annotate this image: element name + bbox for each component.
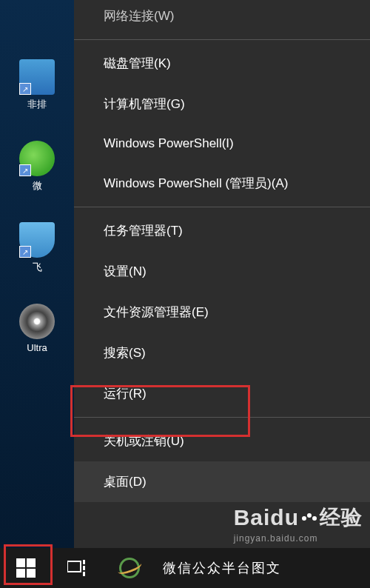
menu-item-desktop[interactable]: 桌面(D) bbox=[74, 461, 370, 502]
taskview-button[interactable] bbox=[52, 548, 104, 588]
menu-item-settings[interactable]: 设置(N) bbox=[74, 251, 370, 292]
taskbar-app-ie[interactable] bbox=[104, 548, 155, 588]
disc-icon bbox=[19, 304, 55, 339]
menu-separator bbox=[74, 417, 370, 418]
wechat-icon: ↗ bbox=[19, 141, 55, 176]
desktop-icon[interactable]: Ultra bbox=[15, 304, 59, 353]
menu-item-disk-management[interactable]: 磁盘管理(K) bbox=[74, 43, 370, 84]
shortcut-arrow-icon: ↗ bbox=[19, 83, 31, 95]
desktop-icon[interactable]: ↗ 微 bbox=[15, 141, 59, 193]
menu-item-partial[interactable]: 网络连接(W) bbox=[74, 0, 370, 36]
menu-item-file-explorer[interactable]: 文件资源管理器(E) bbox=[74, 292, 370, 333]
taskbar: 微信公众半台图文 bbox=[0, 548, 370, 588]
icon-label: 非排 bbox=[15, 98, 59, 111]
watermark-url: jingyan.baidu.com bbox=[234, 533, 363, 544]
winx-context-menu: 网络连接(W) 磁盘管理(K) 计算机管理(G) Windows PowerSh… bbox=[74, 0, 370, 548]
menu-item-search[interactable]: 搜索(S) bbox=[74, 333, 370, 373]
watermark-cn: 经验 bbox=[320, 504, 363, 532]
svg-rect-3 bbox=[83, 572, 85, 576]
windows-logo-icon bbox=[16, 558, 36, 578]
icon-label: 飞 bbox=[15, 261, 59, 274]
svg-rect-1 bbox=[83, 560, 85, 564]
desktop-area: ↗ 非排 ↗ 微 ↗ 飞 Ultra bbox=[0, 0, 74, 548]
start-button[interactable] bbox=[0, 548, 52, 588]
watermark-brand: Baidu bbox=[234, 505, 299, 530]
ie-icon bbox=[119, 558, 140, 578]
menu-item-powershell-admin[interactable]: Windows PowerShell (管理员)(A) bbox=[74, 163, 370, 204]
menu-item-shutdown[interactable]: 关机或注销(U) bbox=[74, 421, 370, 461]
menu-separator bbox=[74, 39, 370, 40]
paw-icon bbox=[302, 513, 317, 522]
menu-separator bbox=[74, 207, 370, 207]
svg-rect-2 bbox=[83, 566, 85, 570]
desktop-icon[interactable]: ↗ 非排 bbox=[15, 59, 59, 111]
menu-item-powershell[interactable]: Windows PowerShell(I) bbox=[74, 124, 370, 163]
svg-rect-0 bbox=[67, 561, 81, 572]
shortcut-arrow-icon: ↗ bbox=[19, 164, 31, 176]
taskview-icon bbox=[67, 560, 88, 576]
menu-item-task-manager[interactable]: 任务管理器(T) bbox=[74, 210, 370, 251]
desktop-icon[interactable]: ↗ 飞 bbox=[15, 222, 59, 274]
icon-label: Ultra bbox=[15, 342, 59, 353]
icon-label: 微 bbox=[15, 179, 59, 193]
app-icon: ↗ bbox=[19, 59, 55, 95]
shortcut-arrow-icon: ↗ bbox=[19, 246, 31, 258]
taskbar-app-label[interactable]: 微信公众半台图文 bbox=[155, 559, 281, 577]
watermark: Baidu 经验 jingyan.baidu.com bbox=[234, 504, 363, 544]
menu-item-computer-management[interactable]: 计算机管理(G) bbox=[74, 84, 370, 124]
app-icon: ↗ bbox=[19, 222, 55, 258]
menu-item-run[interactable]: 运行(R) bbox=[74, 373, 370, 414]
